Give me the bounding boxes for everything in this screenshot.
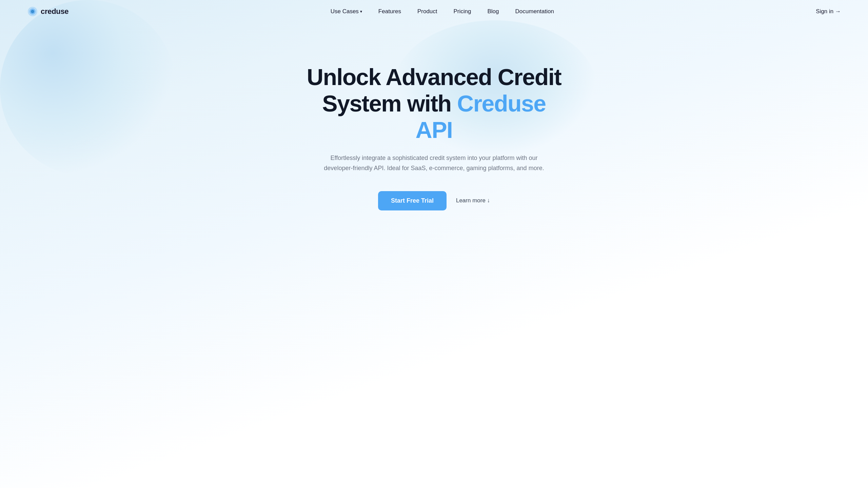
logo-icon [27,6,38,17]
chevron-down-icon: ▾ [360,9,362,14]
nav-item-product[interactable]: Product [417,8,437,15]
hero-cta: Start Free Trial Learn more ↓ [378,191,490,210]
nav-links: Use Cases ▾ Features Product Pricing [331,8,554,15]
nav-link-product[interactable]: Product [417,8,437,15]
hero-title-part2: System with [322,90,457,116]
hero-section: Unlock Advanced Credit System with Credu… [0,23,868,238]
nav-label-features: Features [378,8,401,15]
nav-link-documentation[interactable]: Documentation [515,8,554,15]
nav-link-features[interactable]: Features [378,8,401,15]
nav-item-blog[interactable]: Blog [488,8,499,15]
nav-link-use-cases[interactable]: Use Cases ▾ [331,8,362,15]
nav-item-use-cases[interactable]: Use Cases ▾ [331,8,362,15]
navbar: creduse Use Cases ▾ Features Product [0,0,868,23]
signin-label: Sign in → [816,8,841,15]
nav-label-product: Product [417,8,437,15]
logo-link[interactable]: creduse [27,6,68,17]
logo-text: creduse [41,7,68,16]
nav-item-pricing[interactable]: Pricing [454,8,471,15]
hero-title: Unlock Advanced Credit System with Credu… [305,64,563,143]
nav-label-documentation: Documentation [515,8,554,15]
hero-subtitle: Effortlessly integrate a sophisticated c… [315,153,553,174]
nav-link-blog[interactable]: Blog [488,8,499,15]
nav-item-documentation[interactable]: Documentation [515,8,554,15]
page-wrapper: creduse Use Cases ▾ Features Product [0,0,868,488]
hero-title-part1: Unlock Advanced Credit [307,64,561,90]
nav-label-pricing: Pricing [454,8,471,15]
start-free-trial-button[interactable]: Start Free Trial [378,191,447,210]
nav-link-pricing[interactable]: Pricing [454,8,471,15]
learn-more-button[interactable]: Learn more ↓ [456,197,490,204]
nav-label-blog: Blog [488,8,499,15]
nav-label-use-cases: Use Cases [331,8,359,15]
signin-link[interactable]: Sign in → [816,8,841,15]
svg-point-2 [31,10,34,13]
nav-item-features[interactable]: Features [378,8,401,15]
